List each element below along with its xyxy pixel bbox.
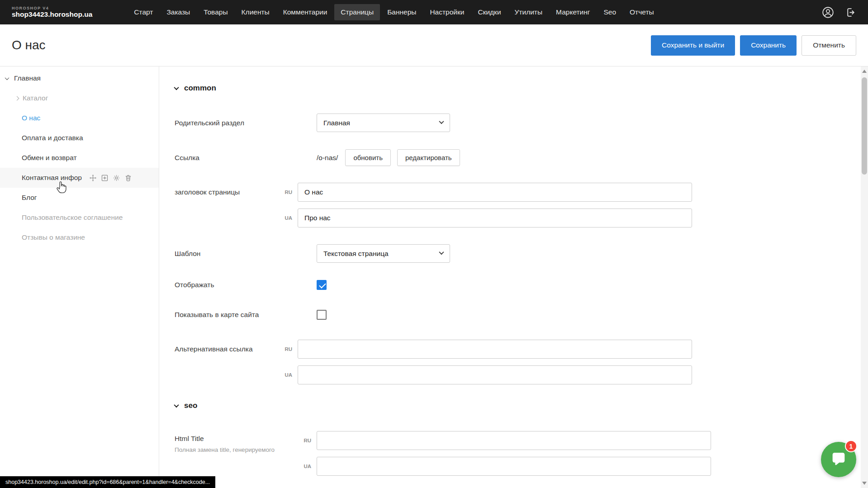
logo-version: HOROSHOP V4 bbox=[12, 6, 92, 10]
save-and-exit-button[interactable]: Сохранить и выйти bbox=[651, 35, 735, 56]
lang-badge-ua: UA bbox=[279, 365, 298, 384]
menu-item-marketing[interactable]: Маркетинг bbox=[550, 4, 596, 20]
tree-item-exchange-return[interactable]: Обмен и возврат bbox=[0, 148, 159, 168]
logout-icon[interactable] bbox=[845, 7, 856, 18]
chevron-right-icon bbox=[15, 96, 19, 100]
tree-item-label: Оплата и доставка bbox=[22, 134, 83, 142]
display-checkbox[interactable] bbox=[317, 280, 327, 290]
save-button[interactable]: Сохранить bbox=[740, 35, 797, 56]
menu-item-banners[interactable]: Баннеры bbox=[381, 4, 422, 20]
tree-item-label: О нас bbox=[22, 114, 40, 122]
vertical-scrollbar[interactable] bbox=[861, 66, 868, 488]
main-menu: Старт Заказы Товары Клиенты Комментарии … bbox=[128, 4, 660, 20]
logo[interactable]: HOROSHOP V4 shop34423.horoshop.ua bbox=[12, 6, 92, 19]
section-title: seo bbox=[184, 401, 197, 410]
select-value: Текстовая страница bbox=[323, 250, 389, 258]
chevron-down-icon bbox=[5, 76, 9, 80]
field-label: Html Title bbox=[175, 435, 317, 443]
menu-item-comments[interactable]: Комментарии bbox=[277, 4, 334, 20]
edit-link-button[interactable]: редактировать bbox=[397, 149, 460, 166]
tree-item-payment-delivery[interactable]: Оплата и доставка bbox=[0, 128, 159, 148]
tree-item-catalog[interactable]: Каталог bbox=[0, 88, 159, 108]
menu-item-seo[interactable]: Seo bbox=[597, 4, 622, 20]
page-header: О нас Сохранить и выйти Сохранить Отмени… bbox=[0, 24, 868, 66]
chat-icon bbox=[830, 450, 848, 469]
pages-tree-sidebar: Главная Каталог О нас Оплата и доставка … bbox=[0, 66, 159, 488]
chevron-down-icon bbox=[174, 85, 179, 90]
account-icon[interactable] bbox=[822, 6, 834, 19]
lang-badge-ua: UA bbox=[279, 208, 298, 227]
menu-item-discounts[interactable]: Скидки bbox=[471, 4, 507, 20]
scroll-down-arrow-icon[interactable] bbox=[862, 482, 867, 485]
section-title: common bbox=[184, 84, 216, 93]
sitemap-row: Показывать в карте сайта bbox=[175, 310, 850, 320]
gear-icon[interactable] bbox=[113, 174, 120, 182]
menu-item-clients[interactable]: Клиенты bbox=[235, 4, 276, 20]
lang-badge-ru: RU bbox=[279, 340, 298, 359]
page-edit-form: common Родительский раздел Главная Ссылк… bbox=[159, 66, 868, 488]
parent-section-select[interactable]: Главная bbox=[317, 114, 450, 132]
chat-widget-button[interactable]: 1 bbox=[821, 442, 856, 477]
tree-item-label: Блог bbox=[22, 194, 37, 202]
field-label-block: Html Title Полная замена title, генериру… bbox=[175, 431, 317, 453]
menu-item-start[interactable]: Старт bbox=[128, 4, 159, 20]
template-row: Шаблон Текстовая страница bbox=[175, 244, 850, 263]
select-value: Главная bbox=[323, 119, 350, 127]
alt-link-row: Альтернативная ссылка RU UA bbox=[175, 340, 850, 384]
menu-item-settings[interactable]: Настройки bbox=[423, 4, 470, 20]
menu-item-products[interactable]: Товары bbox=[197, 4, 234, 20]
add-page-icon[interactable] bbox=[101, 174, 109, 182]
tree-item-store-reviews[interactable]: Отзывы о магазине bbox=[0, 227, 159, 247]
tree-item-label: Главная bbox=[14, 74, 41, 82]
parent-section-row: Родительский раздел Главная bbox=[175, 114, 850, 133]
section-common[interactable]: common bbox=[175, 84, 850, 93]
menu-item-utilities[interactable]: Утилиты bbox=[508, 4, 549, 20]
alt-link-ru-input[interactable] bbox=[298, 340, 692, 359]
chat-unread-badge: 1 bbox=[845, 440, 857, 452]
menu-item-reports[interactable]: Отчеты bbox=[623, 4, 660, 20]
alt-link-ua-input[interactable] bbox=[298, 365, 692, 384]
tree-item-actions bbox=[89, 174, 132, 182]
tree-item-label: Обмен и возврат bbox=[22, 154, 77, 162]
menu-item-pages[interactable]: Страницы bbox=[334, 4, 380, 20]
sitemap-checkbox[interactable] bbox=[317, 310, 327, 320]
field-label: Шаблон bbox=[175, 244, 298, 263]
tree-item-user-agreement[interactable]: Пользовательское соглашение bbox=[0, 208, 159, 227]
field-label: Показывать в карте сайта bbox=[175, 310, 298, 320]
page-title-row: заголовок страницы RU UA bbox=[175, 183, 850, 227]
status-url-bar: shop34423.horoshop.ua/edit/edit.php?id=6… bbox=[0, 476, 215, 488]
tree-item-blog[interactable]: Блог bbox=[0, 188, 159, 208]
lang-badge-ua: UA bbox=[298, 457, 317, 476]
display-row: Отображать bbox=[175, 280, 850, 290]
tree-item-about[interactable]: О нас bbox=[0, 108, 159, 128]
trash-icon[interactable] bbox=[124, 174, 132, 182]
field-hint: Полная замена title, генерируемого bbox=[175, 446, 317, 453]
template-select[interactable]: Текстовая страница bbox=[317, 244, 450, 263]
tree-item-home[interactable]: Главная bbox=[0, 68, 159, 88]
field-label: Отображать bbox=[175, 280, 298, 290]
html-title-row: Html Title Полная замена title, генериру… bbox=[175, 431, 850, 476]
content-area: Главная Каталог О нас Оплата и доставка … bbox=[0, 66, 868, 488]
tree-item-label: Контактная инфор bbox=[22, 174, 82, 182]
chevron-down-icon bbox=[174, 403, 179, 407]
move-icon[interactable] bbox=[89, 174, 97, 182]
topbar-right-icons bbox=[822, 6, 856, 19]
html-title-ua-input[interactable] bbox=[317, 457, 711, 476]
field-label: Ссылка bbox=[175, 149, 298, 166]
tree-item-contact-info[interactable]: Контактная инфор bbox=[0, 168, 159, 188]
html-title-ru-input[interactable] bbox=[317, 431, 711, 450]
page-title-ru-input[interactable] bbox=[298, 183, 692, 202]
menu-item-orders[interactable]: Заказы bbox=[160, 4, 196, 20]
tree-item-label: Отзывы о магазине bbox=[22, 233, 85, 242]
tree-item-label: Пользовательское соглашение bbox=[22, 213, 123, 222]
page-title-ua-input[interactable] bbox=[298, 208, 692, 227]
scroll-up-arrow-icon[interactable] bbox=[862, 70, 867, 73]
lang-badge-ru: RU bbox=[298, 431, 317, 450]
section-seo[interactable]: seo bbox=[175, 401, 850, 410]
topbar: HOROSHOP V4 shop34423.horoshop.ua Старт … bbox=[0, 0, 868, 24]
scrollbar-thumb[interactable] bbox=[862, 77, 867, 175]
cancel-button[interactable]: Отменить bbox=[802, 35, 856, 56]
page-title: О нас bbox=[12, 38, 46, 52]
refresh-link-button[interactable]: обновить bbox=[345, 149, 391, 166]
tree-item-label: Каталог bbox=[23, 94, 48, 102]
